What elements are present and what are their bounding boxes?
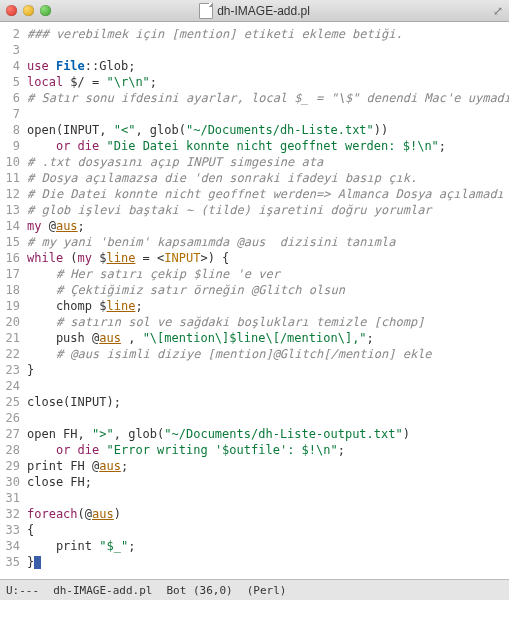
token-p: (@ xyxy=(78,507,92,521)
code-line[interactable]: open FH, ">", glob("~/Documents/dh-Liste… xyxy=(27,426,509,442)
token-p: print FH @ xyxy=(27,459,99,473)
token-p xyxy=(49,59,56,73)
code-line[interactable] xyxy=(27,42,509,58)
token-kw: die xyxy=(78,443,100,457)
code-line[interactable]: # Her satırı çekip $line 'e ver xyxy=(27,266,509,282)
token-p xyxy=(27,347,56,361)
code-line[interactable]: or die "Die Datei konnte nicht geoffnet … xyxy=(27,138,509,154)
line-number: 19 xyxy=(0,298,20,314)
token-com: # my yani 'benim' kapsamımda @aus dizisi… xyxy=(27,235,395,249)
code-line[interactable]: } xyxy=(27,554,509,570)
code-line[interactable]: my @aus; xyxy=(27,218,509,234)
fullscreen-icon[interactable]: ⤢ xyxy=(493,4,503,18)
token-var: line xyxy=(106,299,135,313)
token-p: ; xyxy=(439,139,446,153)
token-com: # .txt dosyasını açıp INPUT simgesine at… xyxy=(27,155,323,169)
code-line[interactable]: foreach(@aus) xyxy=(27,506,509,522)
token-str: "~/Documents/dh-Liste-output.txt" xyxy=(164,427,402,441)
code-line[interactable]: # satırın sol ve sağdaki boşlukları temi… xyxy=(27,314,509,330)
line-number: 20 xyxy=(0,314,20,330)
line-number: 24 xyxy=(0,378,20,394)
editor-area[interactable]: 2345678910111213141516171819202122232425… xyxy=(0,22,509,579)
code-line[interactable]: print "$_"; xyxy=(27,538,509,554)
token-p: open FH, xyxy=(27,427,92,441)
token-bracket: INPUT xyxy=(164,251,200,265)
code-line[interactable]: # Die Datei konnte nicht geoffnet werden… xyxy=(27,186,509,202)
titlebar: dh-IMAGE-add.pl ⤢ xyxy=(0,0,509,22)
line-number: 11 xyxy=(0,170,20,186)
token-p: ; xyxy=(150,75,157,89)
code-line[interactable]: close FH; xyxy=(27,474,509,490)
line-number: 34 xyxy=(0,538,20,554)
code-line[interactable]: while (my $line = <INPUT>) { xyxy=(27,250,509,266)
token-p: { xyxy=(27,523,34,537)
line-number: 16 xyxy=(0,250,20,266)
token-p: $/ = xyxy=(63,75,106,89)
token-p: ::Glob; xyxy=(85,59,136,73)
code-line[interactable]: ### verebilmek için [mention] etiketi ek… xyxy=(27,26,509,42)
code-line[interactable]: # @aus isimli diziye [mention]@Glitch[/m… xyxy=(27,346,509,362)
token-p: ; xyxy=(338,443,345,457)
title-text: dh-IMAGE-add.pl xyxy=(217,4,310,18)
document-icon xyxy=(199,3,213,19)
token-func: File xyxy=(56,59,85,73)
code-line[interactable]: or die "Error writing '$outfile': $!\n"; xyxy=(27,442,509,458)
token-kw: local xyxy=(27,75,63,89)
token-p xyxy=(27,267,56,281)
code-content[interactable]: ### verebilmek için [mention] etiketi ek… xyxy=(23,22,509,579)
code-line[interactable]: open(INPUT, "<", glob("~/Documents/dh-Li… xyxy=(27,122,509,138)
line-number: 33 xyxy=(0,522,20,538)
line-number: 12 xyxy=(0,186,20,202)
code-line[interactable]: # .txt dosyasını açıp INPUT simgesine at… xyxy=(27,154,509,170)
line-number: 2 xyxy=(0,26,20,42)
code-line[interactable] xyxy=(27,378,509,394)
token-com: # Her satırı çekip $line 'e ver xyxy=(56,267,280,281)
code-line[interactable]: { xyxy=(27,522,509,538)
token-str: "Die Datei konnte nicht geoffnet werden:… xyxy=(107,139,439,153)
token-p xyxy=(70,139,77,153)
line-number: 18 xyxy=(0,282,20,298)
code-line[interactable] xyxy=(27,106,509,122)
text-cursor xyxy=(34,556,41,569)
code-line[interactable]: use File::Glob; xyxy=(27,58,509,74)
token-p xyxy=(27,139,56,153)
code-line[interactable]: print FH @aus; xyxy=(27,458,509,474)
code-line[interactable]: chomp $line; xyxy=(27,298,509,314)
token-var: line xyxy=(106,251,135,265)
minibuffer[interactable] xyxy=(0,600,509,618)
code-line[interactable]: # my yani 'benim' kapsamımda @aus dizisi… xyxy=(27,234,509,250)
line-number-gutter: 2345678910111213141516171819202122232425… xyxy=(0,22,23,579)
token-p: ; xyxy=(78,219,85,233)
code-line[interactable] xyxy=(27,490,509,506)
close-icon[interactable] xyxy=(6,5,17,16)
code-line[interactable]: # glob işlevi baştaki ~ (tilde) işaretin… xyxy=(27,202,509,218)
minimize-icon[interactable] xyxy=(23,5,34,16)
line-number: 28 xyxy=(0,442,20,458)
zoom-icon[interactable] xyxy=(40,5,51,16)
token-p: print xyxy=(27,539,99,553)
line-number: 21 xyxy=(0,330,20,346)
token-kw: use xyxy=(27,59,49,73)
code-line[interactable]: close(INPUT); xyxy=(27,394,509,410)
line-number: 17 xyxy=(0,266,20,282)
token-p: ) xyxy=(114,507,121,521)
code-line[interactable]: push @aus , "\[mention\]$line\[/mention\… xyxy=(27,330,509,346)
token-com: # Die Datei konnte nicht geoffnet werden… xyxy=(27,187,504,201)
code-line[interactable]: # Çektiğimiz satır örneğin @Glitch olsun xyxy=(27,282,509,298)
token-kw: my xyxy=(78,251,92,265)
code-line[interactable]: local $/ = "\r\n"; xyxy=(27,74,509,90)
line-number: 13 xyxy=(0,202,20,218)
code-line[interactable]: # Satır sonu ifdesini ayarlar, local $_ … xyxy=(27,90,509,106)
token-var: aus xyxy=(92,507,114,521)
token-p xyxy=(70,443,77,457)
code-line[interactable]: # Dosya açılamazsa die 'den sonraki ifad… xyxy=(27,170,509,186)
token-p: ; xyxy=(367,331,374,345)
token-p: @ xyxy=(41,219,55,233)
editor-window: dh-IMAGE-add.pl ⤢ 2345678910111213141516… xyxy=(0,0,509,618)
line-number: 32 xyxy=(0,506,20,522)
code-line[interactable]: } xyxy=(27,362,509,378)
line-number: 26 xyxy=(0,410,20,426)
token-p xyxy=(99,443,106,457)
code-line[interactable] xyxy=(27,410,509,426)
token-p: push @ xyxy=(27,331,99,345)
